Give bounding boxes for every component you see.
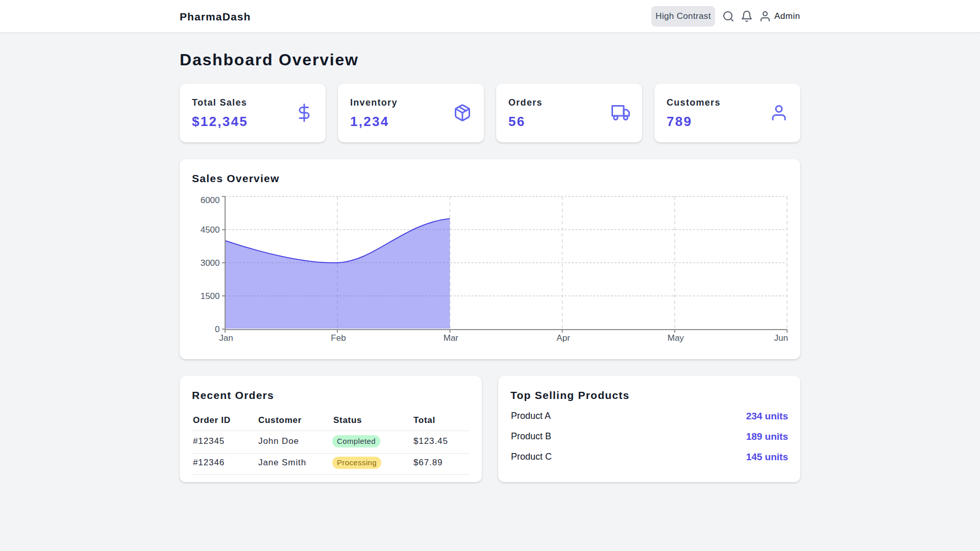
svg-text:6000: 6000 [201, 195, 220, 205]
svg-text:4500: 4500 [201, 225, 220, 235]
svg-text:May: May [668, 333, 684, 343]
svg-text:3000: 3000 [201, 258, 220, 268]
svg-text:Jun: Jun [774, 333, 788, 343]
svg-text:1500: 1500 [201, 291, 220, 301]
svg-text:Mar: Mar [444, 333, 459, 343]
svg-text:Jan: Jan [219, 333, 233, 343]
svg-text:Apr: Apr [556, 333, 570, 343]
svg-text:Feb: Feb [331, 333, 346, 343]
